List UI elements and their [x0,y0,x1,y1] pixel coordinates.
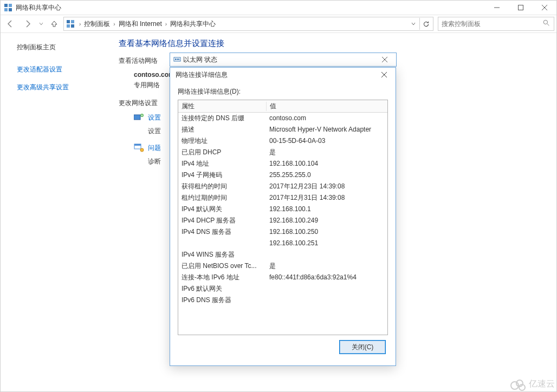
property-name: 租约过期的时间 [178,192,266,204]
property-value: 是 [266,147,387,158]
watermark-icon [510,380,527,389]
side-advanced-sharing[interactable]: 更改高级共享设置 [17,83,109,92]
property-name: 已启用 NetBIOS over Tc... [178,260,266,272]
side-panel: 控制面板主页 更改适配器设置 更改高级共享设置 另请参阅 Internet 选项… [1,33,109,391]
watermark: 亿速云 [510,378,555,390]
chevron-right-icon: › [111,21,117,27]
property-value: Microsoft Hyper-V Network Adapter [266,124,387,135]
property-value: 192.168.100.251 [266,238,387,249]
chevron-right-icon: › [77,21,83,27]
side-adapter-settings[interactable]: 更改适配器设置 [17,65,109,74]
minimize-button[interactable] [485,1,509,15]
property-name [178,238,266,249]
svg-rect-7 [67,24,70,28]
table-row[interactable]: IPv4 默认网关192.168.100.1 [178,204,387,215]
property-name: 连接特定的 DNS 后缀 [178,113,266,124]
nav-back-button[interactable] [3,17,18,31]
col-property[interactable]: 属性 [178,102,267,111]
details-body: 网络连接详细信息(D): 属性 值 连接特定的 DNS 后缀contoso.co… [170,82,396,365]
table-row[interactable]: 已启用 NetBIOS over Tc...是 [178,260,387,272]
property-value [266,295,387,306]
table-row[interactable]: IPv6 默认网关 [178,283,387,295]
table-row[interactable]: 描述Microsoft Hyper-V Network Adapter [178,124,387,135]
table-row[interactable]: 连接特定的 DNS 后缀contoso.com [178,113,387,124]
property-value: contoso.com [266,113,387,124]
property-value: 192.168.100.249 [266,215,387,226]
refresh-button[interactable] [419,18,432,30]
svg-rect-6 [71,20,74,23]
details-close-button[interactable]: 关闭(C) [339,340,386,354]
table-row[interactable]: IPv4 子网掩码255.255.255.0 [178,169,387,181]
property-name: IPv4 DNS 服务器 [178,226,266,238]
maximize-button[interactable] [509,1,533,15]
details-footer: 关闭(C) [178,335,388,359]
property-name: IPv4 子网掩码 [178,169,266,181]
side-home[interactable]: 控制面板主页 [17,43,109,52]
table-row[interactable]: IPv4 DNS 服务器192.168.100.250 [178,226,387,238]
breadcrumb[interactable]: › 控制面板 › 网络和 Internet › 网络和共享中心 [63,17,433,31]
app-icon [4,3,12,12]
property-value: 2017年12月31日 14:39:08 [266,192,387,204]
network-wizard-icon [134,113,148,123]
property-value: 00-15-5D-64-0A-03 [266,135,387,147]
details-title: 网络连接详细信息 [176,70,373,80]
ethernet-status-close-button[interactable] [373,53,396,66]
property-name: 已启用 DHCP [178,147,266,158]
search-icon [543,19,552,28]
table-row[interactable]: 物理地址00-15-5D-64-0A-03 [178,135,387,147]
window-title: 网络和共享中心 [16,3,61,12]
table-row[interactable]: IPv6 DNS 服务器 [178,295,387,306]
table-row[interactable]: IPv4 地址192.168.100.104 [178,158,387,169]
table-row[interactable]: 已启用 DHCP是 [178,147,387,158]
svg-rect-10 [134,115,140,120]
breadcrumb-item-control-panel[interactable]: 控制面板 [83,19,111,29]
table-row[interactable]: IPv4 DHCP 服务器192.168.100.249 [178,215,387,226]
details-body-label: 网络连接详细信息(D): [178,87,388,96]
property-value: 是 [266,260,387,272]
table-row[interactable]: 获得租约的时间2017年12月23日 14:39:08 [178,181,387,192]
details-properties-table: 属性 值 连接特定的 DNS 后缀contoso.com描述Microsoft … [178,100,388,335]
property-name: IPv4 默认网关 [178,204,266,215]
property-name: IPv4 DHCP 服务器 [178,215,266,226]
page-title: 查看基本网络信息并设置连接 [119,38,556,49]
table-row[interactable]: 192.168.100.251 [178,238,387,249]
breadcrumb-item-network-internet[interactable]: 网络和 Internet [118,19,163,29]
table-row[interactable]: IPv4 WINS 服务器 [178,249,387,260]
ethernet-icon [173,55,181,64]
svg-rect-18 [178,58,179,60]
property-name: 获得租约的时间 [178,181,266,192]
property-name: IPv4 WINS 服务器 [178,249,266,260]
property-name: 物理地址 [178,135,266,147]
svg-rect-2 [4,8,8,11]
close-window-button[interactable] [533,1,556,15]
breadcrumb-item-sharing-center[interactable]: 网络和共享中心 [169,19,217,29]
option-new-connection-link[interactable]: 设置 [148,113,161,122]
table-header: 属性 值 [178,100,387,113]
ethernet-status-title: 以太网 状态 [181,55,373,64]
property-name: IPv4 地址 [178,158,266,169]
nav-forward-button[interactable] [20,17,35,31]
troubleshoot-icon [134,143,148,154]
table-body: 连接特定的 DNS 后缀contoso.com描述Microsoft Hyper… [178,113,387,306]
ethernet-status-window: 以太网 状态 [170,53,397,67]
table-row[interactable]: 租约过期的时间2017年12月31日 14:39:08 [178,192,387,204]
search-input[interactable] [441,19,543,28]
search-box[interactable] [438,17,554,31]
property-value: 2017年12月23日 14:39:08 [266,181,387,192]
property-value [266,283,387,295]
svg-rect-8 [71,24,74,28]
chevron-right-icon: › [163,21,169,27]
breadcrumb-icon [66,19,75,28]
option-troubleshoot-link[interactable]: 问题 [148,143,161,153]
connection-details-dialog: 网络连接详细信息 网络连接详细信息(D): 属性 值 连接特定的 DNS 后缀c… [170,67,396,366]
table-row[interactable]: 连接-本地 IPv6 地址fe80::441f:d86a:6da3:92a1%4 [178,272,387,283]
details-close-x-button[interactable] [373,68,396,81]
nav-history-dropdown[interactable] [37,17,45,31]
svg-rect-1 [9,4,12,7]
nav-up-button[interactable] [47,17,61,31]
svg-rect-4 [519,5,523,10]
window-titlebar: 网络和共享中心 [1,1,556,15]
col-value[interactable]: 值 [267,102,387,111]
breadcrumb-dropdown[interactable] [407,18,419,30]
property-name: 描述 [178,124,266,135]
